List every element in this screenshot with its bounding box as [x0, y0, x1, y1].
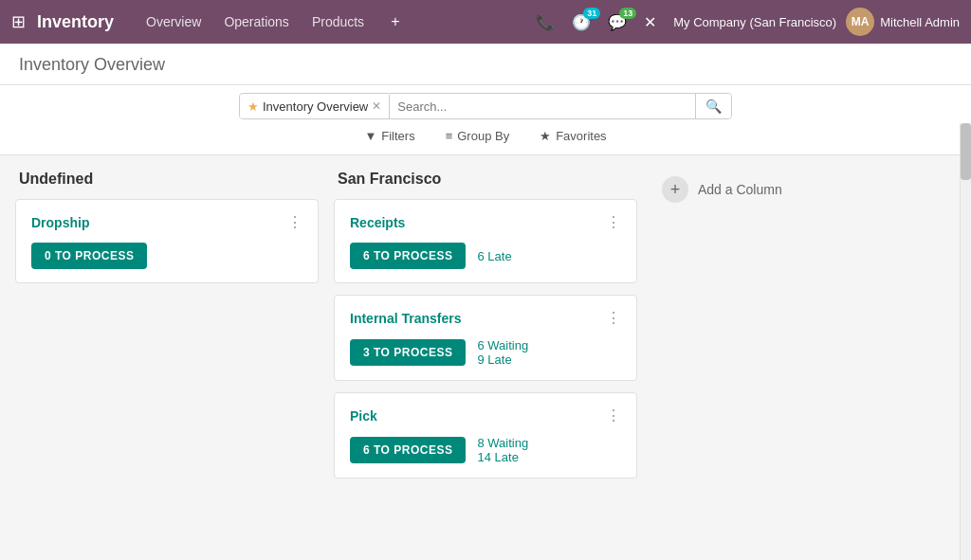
card-title-internal-transfers[interactable]: Internal Transfers [350, 311, 462, 326]
top-menu: Overview Operations Products [137, 9, 374, 35]
kanban-card-dropship: Dropship ⋮ 0 TO PROCESS [15, 199, 319, 283]
card-menu-icon-pick[interactable]: ⋮ [606, 406, 621, 425]
page-wrapper: ⊞ Inventory Overview Operations Products… [0, 0, 971, 560]
card-menu-icon-internal-transfers[interactable]: ⋮ [606, 309, 621, 327]
card-title-pick[interactable]: Pick [350, 408, 377, 424]
column-title-sanfrancisco: San Francisco [334, 171, 637, 188]
stats-receipts: 6 Late [477, 249, 511, 263]
scrollbar-thumb[interactable] [961, 123, 971, 180]
favorites-icon: ★ [540, 129, 551, 143]
page-title: Inventory Overview [19, 55, 952, 75]
card-header-receipts: Receipts ⋮ [350, 213, 621, 231]
apps-icon[interactable]: ⊞ [11, 11, 26, 32]
stat-late-receipts: 6 Late [477, 249, 511, 263]
stat-waiting-pick: 8 Waiting [477, 436, 528, 450]
card-body-pick: 6 TO PROCESS 8 Waiting 14 Late [350, 436, 621, 464]
search-tag-close-icon[interactable]: ✕ [372, 99, 381, 113]
filter-icon: ▼ [364, 129, 376, 143]
nav-overview[interactable]: Overview [137, 9, 211, 35]
card-header-internal-transfers: Internal Transfers ⋮ [350, 309, 621, 327]
activity-icon[interactable]: 🕐 31 [566, 9, 596, 35]
filters-button[interactable]: ▼ Filters [357, 125, 422, 147]
card-header-dropship: Dropship ⋮ [31, 213, 302, 231]
groupby-icon: ≡ [446, 129, 453, 143]
card-header-pick: Pick ⋮ [350, 406, 621, 425]
stat-waiting-internal-transfers: 6 Waiting [477, 338, 528, 352]
card-body-dropship: 0 TO PROCESS [31, 243, 302, 269]
kanban-board: Undefined Dropship ⋮ 0 TO PROCESS San Fr… [0, 155, 971, 560]
card-body-receipts: 6 TO PROCESS 6 Late [350, 243, 621, 269]
nav-products[interactable]: Products [302, 9, 374, 35]
avatar-initials: MA [852, 15, 870, 28]
username: Mitchell Admin [880, 15, 960, 29]
favorites-label: Favorites [556, 129, 606, 143]
process-button-dropship[interactable]: 0 TO PROCESS [31, 243, 147, 269]
top-navigation: ⊞ Inventory Overview Operations Products… [0, 0, 971, 44]
kanban-card-internal-transfers: Internal Transfers ⋮ 3 TO PROCESS 6 Wait… [334, 295, 637, 381]
chat-icon[interactable]: 💬 13 [602, 9, 632, 35]
activity-badge: 31 [583, 8, 600, 19]
process-button-pick[interactable]: 6 TO PROCESS [350, 437, 466, 463]
add-column-area: + Add a Column [652, 171, 842, 560]
stat-late-pick: 14 Late [477, 450, 528, 464]
process-button-receipts[interactable]: 6 TO PROCESS [350, 243, 466, 269]
card-body-internal-transfers: 3 TO PROCESS 6 Waiting 9 Late [350, 338, 621, 367]
search-input[interactable] [390, 95, 695, 118]
stat-late-internal-transfers: 9 Late [477, 352, 528, 367]
search-bar: ★ Inventory Overview ✕ 🔍 [239, 93, 732, 119]
search-area: ★ Inventory Overview ✕ 🔍 ▼ Filters ≡ Gro… [0, 85, 971, 155]
filters-label: Filters [381, 129, 414, 143]
add-menu-icon[interactable]: + [381, 8, 409, 36]
groupby-button[interactable]: ≡ Group By [438, 125, 518, 147]
avatar[interactable]: MA [846, 8, 874, 36]
chat-badge: 13 [619, 8, 636, 19]
kanban-card-receipts: Receipts ⋮ 6 TO PROCESS 6 Late [334, 199, 637, 283]
star-icon: ★ [247, 99, 259, 114]
phone-icon[interactable]: 📞 [530, 9, 560, 35]
search-submit-button[interactable]: 🔍 [695, 94, 731, 118]
brand-name: Inventory [37, 12, 114, 32]
process-button-internal-transfers[interactable]: 3 TO PROCESS [350, 339, 466, 366]
stats-pick: 8 Waiting 14 Late [477, 436, 528, 464]
groupby-label: Group By [457, 129, 509, 143]
search-tag: ★ Inventory Overview ✕ [240, 95, 390, 118]
company-name: My Company (San Francisco) [673, 15, 836, 29]
add-column-label: Add a Column [698, 182, 782, 197]
breadcrumb-bar: Inventory Overview [0, 44, 971, 85]
card-title-receipts[interactable]: Receipts [350, 215, 405, 230]
nav-icons: 📞 🕐 31 💬 13 ✕ My Company (San Francisco)… [530, 8, 960, 36]
card-title-dropship[interactable]: Dropship [31, 215, 89, 230]
kanban-card-pick: Pick ⋮ 6 TO PROCESS 8 Waiting 14 Late [334, 392, 637, 479]
card-menu-icon-dropship[interactable]: ⋮ [287, 213, 302, 231]
filter-row: ▼ Filters ≡ Group By ★ Favorites [357, 125, 614, 147]
settings-icon[interactable]: ✕ [638, 9, 662, 35]
card-menu-icon-receipts[interactable]: ⋮ [606, 213, 621, 231]
search-tag-label: Inventory Overview [263, 99, 368, 114]
nav-operations[interactable]: Operations [214, 9, 298, 35]
vertical-scrollbar[interactable] [960, 123, 971, 560]
stats-internal-transfers: 6 Waiting 9 Late [477, 338, 528, 367]
kanban-column-sanfrancisco: San Francisco Receipts ⋮ 6 TO PROCESS 6 … [334, 171, 637, 560]
favorites-button[interactable]: ★ Favorites [532, 125, 614, 147]
add-column-button[interactable]: + Add a Column [652, 171, 792, 208]
column-title-undefined: Undefined [15, 171, 319, 188]
add-column-plus-icon: + [662, 176, 688, 203]
kanban-column-undefined: Undefined Dropship ⋮ 0 TO PROCESS [15, 171, 319, 560]
